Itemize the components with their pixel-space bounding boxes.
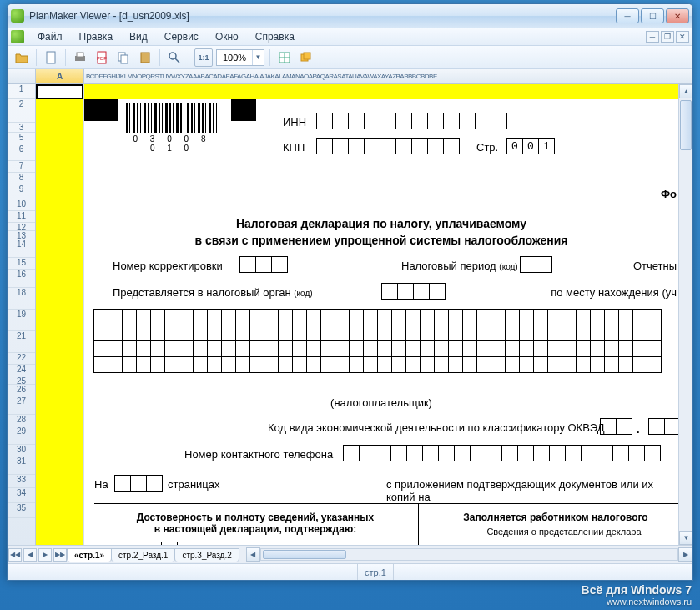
tab-prev-icon[interactable]: ◀ <box>23 548 37 562</box>
column-headers: A BCDEFGHIJKLMNOPQRSTUVWXYZAAABACADAEAFA… <box>8 69 692 84</box>
location-label: по месту нахождения (уч <box>551 286 677 299</box>
svg-rect-0 <box>47 52 55 63</box>
scroll-thumb[interactable] <box>680 100 692 150</box>
pdf-icon[interactable]: PDF <box>93 48 111 67</box>
row-headers[interactable]: 1 2 3 5 6 7 8 9 10 11 12 13 14 15 16 18 … <box>8 84 36 545</box>
horizontal-scrollbar[interactable]: ◀ ▶ <box>246 547 692 562</box>
titlebar: PlanMaker Viewer - [d_usn2009.xls] ─ ☐ ✕ <box>8 4 692 28</box>
minimize-button[interactable]: ─ <box>616 8 639 23</box>
status-sheet: стр.1 <box>358 564 394 580</box>
correction-cells[interactable] <box>239 256 288 273</box>
scroll-left-icon[interactable]: ◀ <box>246 547 260 562</box>
phone-cells[interactable] <box>343 445 661 461</box>
svg-point-8 <box>169 53 176 59</box>
period-label: Налоговый период (код) <box>401 260 518 272</box>
year-label: Отчетны <box>633 260 677 272</box>
period-cells[interactable] <box>520 256 552 273</box>
tab-first-icon[interactable]: ◀◀ <box>8 548 22 562</box>
spreadsheet: A BCDEFGHIJKLMNOPQRSTUVWXYZAAABACADAEAFA… <box>8 69 692 563</box>
menu-tools[interactable]: Сервис <box>156 29 207 44</box>
document-icon <box>11 30 24 43</box>
app-icon <box>11 9 24 23</box>
maximize-button[interactable]: ☐ <box>641 8 664 23</box>
organ-cells[interactable] <box>381 283 446 300</box>
sheet-tabs: ◀◀ ◀ ▶ ▶▶ «стр.1» стр.2_Разд.1 стр.3_Раз… <box>8 545 692 563</box>
okved-cells-2[interactable] <box>648 418 678 435</box>
confirm-cell[interactable] <box>161 542 178 545</box>
close-button[interactable]: ✕ <box>666 8 689 23</box>
tab-last-icon[interactable]: ▶▶ <box>53 548 67 562</box>
black-marker <box>84 99 118 121</box>
menu-edit[interactable]: Правка <box>71 29 122 44</box>
page-cells: 001 <box>506 138 555 154</box>
scroll-up-icon[interactable]: ▲ <box>679 84 692 98</box>
watermark: Всё для Windows 7 www.nextwindows.ru <box>582 583 692 607</box>
name-cells[interactable] <box>94 310 662 373</box>
menu-view[interactable]: Вид <box>121 29 156 44</box>
tab-next-icon[interactable]: ▶ <box>38 548 52 562</box>
section-b-title: Заполняется работником налогового <box>435 512 677 523</box>
page-label: Стр. <box>476 141 498 154</box>
declaration-title: Налоговая декларация по налогу, уплачива… <box>84 216 678 249</box>
doc-restore-button[interactable]: ❐ <box>661 31 674 43</box>
black-marker <box>231 99 256 121</box>
statusbar: стр.1 <box>8 563 692 580</box>
column-header-a[interactable]: A <box>36 69 84 83</box>
window-title: PlanMaker Viewer - [d_usn2009.xls] <box>29 10 616 22</box>
section-b-sub: Сведения о представлении деклара <box>451 527 677 537</box>
svg-text:PDF: PDF <box>97 56 107 61</box>
svg-rect-6 <box>121 55 128 63</box>
phone-label: Номер контактного телефона <box>184 448 333 461</box>
sheets-icon[interactable] <box>297 48 315 67</box>
inn-cells[interactable] <box>316 113 507 129</box>
zoom-dropdown-icon[interactable]: ▼ <box>252 50 264 65</box>
find-icon[interactable] <box>165 48 184 67</box>
menu-file[interactable]: Файл <box>29 29 71 44</box>
sheet-tab-1[interactable]: «стр.1» <box>67 548 112 562</box>
doc-minimize-button[interactable]: ─ <box>646 31 659 43</box>
sheet-tab-2[interactable]: стр.2_Разд.1 <box>111 548 175 562</box>
pages-label: страницах <box>168 478 220 491</box>
form-code-label: Фо <box>661 188 677 200</box>
organ-label: Представляется в налоговый орган (код) <box>113 286 313 299</box>
print-icon[interactable] <box>71 48 89 67</box>
correction-label: Номер корректировки <box>113 260 223 272</box>
doc-close-button[interactable]: ✕ <box>676 31 689 43</box>
scroll-down-icon[interactable]: ▼ <box>679 531 692 545</box>
sheet-tab-3[interactable]: стр.3_Разд.2 <box>174 548 239 562</box>
new-doc-icon[interactable] <box>42 48 60 67</box>
menu-help[interactable]: Справка <box>247 29 303 44</box>
section-a-title: Достоверность и полноту сведений, указан… <box>101 512 410 535</box>
tp-num-label: 1 - налогоплательщик, <box>183 543 279 545</box>
okved-label: Код вида экономической деятельности по к… <box>268 421 605 434</box>
active-cell[interactable] <box>36 84 83 99</box>
scroll-right-icon[interactable]: ▶ <box>678 547 692 562</box>
pages-cells[interactable] <box>114 475 163 492</box>
na-label: На <box>94 478 108 491</box>
actual-size-icon[interactable]: 1:1 <box>194 48 213 67</box>
barcode: 0 3 0 0 8 0 1 0 <box>126 103 218 144</box>
vertical-scrollbar[interactable]: ▲ ▼ <box>678 84 692 545</box>
kpp-cells[interactable] <box>316 138 460 154</box>
paste-icon[interactable] <box>136 48 154 67</box>
inn-label: ИНН <box>283 116 306 129</box>
okved-cells-1[interactable] <box>600 418 632 435</box>
column-headers-rest[interactable]: BCDEFGHIJKLMNOPQRSTUVWXYZAAABACADAEAFAGA… <box>84 69 692 83</box>
svg-rect-2 <box>77 53 83 57</box>
zoom-combo[interactable]: ▼ <box>216 49 264 66</box>
sheet-content[interactable]: 0 3 0 0 8 0 1 0 ИНН КПП Стр. 001 Фо Нало… <box>84 84 678 545</box>
svg-line-9 <box>175 58 179 63</box>
copy-icon[interactable] <box>114 48 133 67</box>
svg-rect-14 <box>304 53 310 59</box>
svg-rect-7 <box>141 53 149 63</box>
zoom-input[interactable] <box>217 53 252 63</box>
select-all-corner[interactable] <box>8 69 36 83</box>
toolbar: PDF 1:1 ▼ <box>8 46 692 69</box>
hscroll-thumb[interactable] <box>263 550 346 559</box>
kpp-label: КПП <box>283 141 305 154</box>
open-icon[interactable] <box>13 48 31 67</box>
grid-icon[interactable] <box>275 48 294 67</box>
menu-window[interactable]: Окно <box>207 29 247 44</box>
app-window: PlanMaker Viewer - [d_usn2009.xls] ─ ☐ ✕… <box>7 3 693 581</box>
attach-label: с приложением подтверждающих документов … <box>386 478 678 503</box>
